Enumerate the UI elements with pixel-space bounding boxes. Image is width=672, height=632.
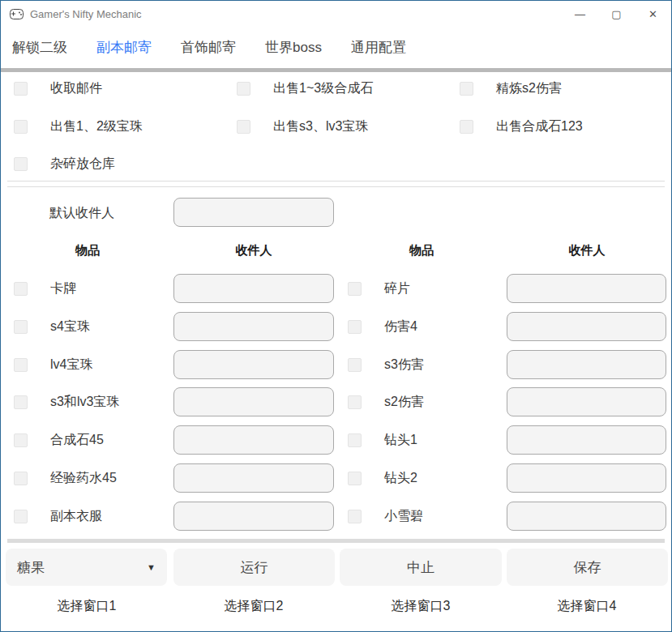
title-bar: Gamer's Nifty Mechanic — ▢ ✕ bbox=[1, 1, 671, 27]
section-divider bbox=[7, 181, 665, 181]
option-refine-s2-damage: 精炼s2伤害 bbox=[460, 81, 562, 96]
row-checkbox[interactable] bbox=[14, 282, 28, 296]
save-button[interactable]: 保存 bbox=[507, 549, 668, 586]
row-fragment: 碎片 bbox=[348, 274, 410, 303]
window-dropdown[interactable]: 糖果 ▼ bbox=[6, 549, 167, 586]
option-label: 出售合成石123 bbox=[496, 118, 583, 135]
row-checkbox[interactable] bbox=[348, 433, 362, 447]
recipient-input[interactable] bbox=[507, 387, 666, 416]
recipient-input[interactable] bbox=[173, 463, 334, 493]
recipient-input[interactable] bbox=[507, 274, 666, 303]
row-label: s3伤害 bbox=[384, 357, 424, 374]
app-window: Gamer's Nifty Mechanic — ▢ ✕ 解锁二级 副本邮寄 首… bbox=[0, 0, 672, 632]
row-checkbox[interactable] bbox=[14, 510, 28, 523]
row-label: 碎片 bbox=[384, 280, 410, 297]
recipient-input[interactable] bbox=[173, 387, 334, 416]
run-button[interactable]: 运行 bbox=[173, 549, 335, 586]
misc-to-warehouse-checkbox[interactable] bbox=[14, 157, 28, 171]
recipient-input[interactable] bbox=[507, 425, 666, 455]
sell-s3-lv3-pearl-checkbox[interactable] bbox=[237, 120, 250, 134]
column-header-recipient: 收件人 bbox=[236, 243, 272, 258]
tab-unlock-level2[interactable]: 解锁二级 bbox=[12, 38, 67, 57]
window-title: Gamer's Nifty Mechanic bbox=[30, 8, 142, 20]
recipient-input[interactable] bbox=[173, 502, 334, 531]
option-sell-s3-lv3-pearl: 出售s3、lv3宝珠 bbox=[237, 119, 368, 134]
row-label: 钻头1 bbox=[384, 432, 417, 449]
section-divider bbox=[7, 186, 665, 187]
collect-mail-checkbox[interactable] bbox=[14, 82, 28, 96]
row-dungeon-clothes: 副本衣服 bbox=[14, 502, 102, 531]
row-checkbox[interactable] bbox=[348, 472, 362, 485]
tab-jewelry-mail[interactable]: 首饰邮寄 bbox=[181, 38, 236, 57]
recipient-input[interactable] bbox=[173, 425, 334, 455]
sell-pearl-1-2-checkbox[interactable] bbox=[14, 120, 28, 134]
chevron-down-icon: ▼ bbox=[147, 562, 156, 572]
row-drill2: 钻头2 bbox=[348, 463, 417, 493]
stop-button[interactable]: 中止 bbox=[340, 549, 502, 586]
select-window-1[interactable]: 选择窗口1 bbox=[58, 598, 117, 615]
recipient-input[interactable] bbox=[507, 463, 666, 493]
recipient-input[interactable] bbox=[507, 350, 666, 379]
sell-synth-stone-1-3-checkbox[interactable] bbox=[237, 82, 250, 96]
option-misc-to-warehouse: 杂碎放仓库 bbox=[14, 156, 115, 171]
row-s3-damage: s3伤害 bbox=[348, 350, 424, 379]
row-checkbox[interactable] bbox=[348, 510, 362, 523]
refine-s2-damage-checkbox[interactable] bbox=[460, 82, 473, 96]
row-checkbox[interactable] bbox=[14, 320, 28, 334]
tab-general-config[interactable]: 通用配置 bbox=[351, 38, 406, 57]
row-checkbox[interactable] bbox=[14, 472, 28, 485]
window-controls: — ▢ ✕ bbox=[562, 1, 671, 27]
row-synth-stone-45: 合成石45 bbox=[14, 425, 104, 455]
select-window-3[interactable]: 选择窗口3 bbox=[392, 598, 451, 615]
row-checkbox[interactable] bbox=[348, 395, 362, 409]
option-collect-mail: 收取邮件 bbox=[14, 81, 102, 96]
default-recipient-label: 默认收件人 bbox=[49, 205, 114, 222]
option-label: 出售s3、lv3宝珠 bbox=[273, 118, 368, 135]
tab-bar: 解锁二级 副本邮寄 首饰邮寄 世界boss 通用配置 bbox=[1, 27, 671, 68]
option-sell-synth-stone-123: 出售合成石123 bbox=[460, 119, 583, 134]
close-button[interactable]: ✕ bbox=[635, 1, 671, 27]
recipient-input[interactable] bbox=[173, 312, 334, 341]
row-label: s3和lv3宝珠 bbox=[50, 394, 119, 411]
tab-world-boss[interactable]: 世界boss bbox=[265, 38, 322, 57]
row-sprite: 小雪碧 bbox=[348, 502, 423, 531]
row-s3-lv3-pearl: s3和lv3宝珠 bbox=[14, 387, 119, 416]
row-label: 合成石45 bbox=[50, 432, 104, 449]
column-header-item: 物品 bbox=[75, 243, 100, 258]
option-label: 精炼s2伤害 bbox=[496, 80, 562, 97]
row-label: s2伤害 bbox=[384, 394, 424, 411]
row-s2-damage: s2伤害 bbox=[348, 387, 424, 416]
column-header-recipient: 收件人 bbox=[569, 243, 606, 258]
default-recipient-input[interactable] bbox=[173, 198, 334, 227]
row-checkbox[interactable] bbox=[348, 282, 362, 296]
minimize-button[interactable]: — bbox=[562, 1, 598, 27]
select-window-2[interactable]: 选择窗口2 bbox=[225, 598, 284, 615]
row-checkbox[interactable] bbox=[14, 358, 28, 372]
maximize-button[interactable]: ▢ bbox=[598, 1, 635, 27]
recipient-input[interactable] bbox=[173, 350, 334, 379]
recipient-input[interactable] bbox=[173, 274, 334, 303]
recipient-input[interactable] bbox=[507, 312, 666, 341]
recipient-input[interactable] bbox=[507, 502, 666, 531]
row-label: s4宝珠 bbox=[50, 318, 90, 335]
tabbar-divider bbox=[1, 68, 671, 72]
row-label: 伤害4 bbox=[384, 318, 417, 335]
select-window-4[interactable]: 选择窗口4 bbox=[558, 598, 617, 615]
tab-dungeon-mail[interactable]: 副本邮寄 bbox=[96, 38, 152, 57]
row-label: lv4宝珠 bbox=[50, 357, 92, 374]
row-drill1: 钻头1 bbox=[348, 425, 417, 455]
row-card: 卡牌 bbox=[14, 274, 76, 303]
option-label: 出售1、2级宝珠 bbox=[50, 118, 143, 135]
row-checkbox[interactable] bbox=[348, 358, 362, 372]
row-checkbox[interactable] bbox=[348, 320, 362, 334]
window-dropdown-value: 糖果 bbox=[17, 558, 45, 577]
row-label: 副本衣服 bbox=[50, 508, 102, 525]
option-label: 杂碎放仓库 bbox=[50, 156, 115, 173]
option-sell-synth-stone-1-3: 出售1~3级合成石 bbox=[237, 81, 373, 96]
sell-synth-stone-123-checkbox[interactable] bbox=[460, 120, 473, 134]
column-header-item: 物品 bbox=[409, 243, 434, 258]
row-lv4-pearl: lv4宝珠 bbox=[14, 350, 92, 379]
option-label: 出售1~3级合成石 bbox=[273, 80, 373, 97]
row-checkbox[interactable] bbox=[14, 433, 28, 447]
row-checkbox[interactable] bbox=[14, 395, 28, 409]
